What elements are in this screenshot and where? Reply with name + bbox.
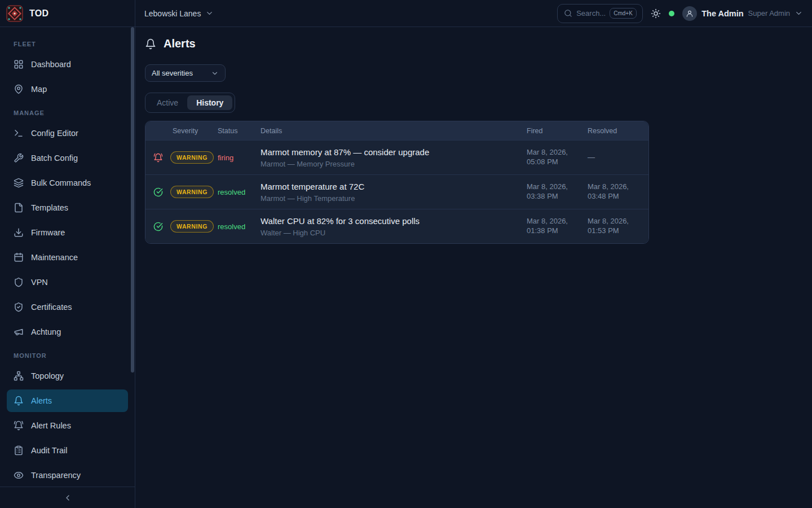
sidebar-item-map[interactable]: Map [7, 78, 128, 100]
status-cell: firing [215, 154, 258, 162]
search-shortcut-badge: Cmd+K [610, 8, 637, 19]
details-cell: Walter CPU at 82% for 3 consecutive poll… [258, 211, 524, 243]
network-icon [14, 371, 24, 381]
sidebar-item-label: Alerts [31, 396, 52, 405]
severity-filter-value: All severities [152, 69, 193, 77]
chevron-down-icon [795, 9, 803, 17]
alert-row[interactable]: WARNINGfiringMarmot memory at 87% — cons… [145, 140, 648, 174]
chevron-left-icon [63, 493, 72, 502]
alert-subtitle: Walter — High CPU [261, 229, 519, 237]
sidebar-item-label: Transparency [31, 471, 81, 480]
row-status-icon-cell [145, 153, 170, 163]
avatar [682, 6, 697, 21]
sidebar-item-templates[interactable]: Templates [7, 196, 128, 219]
sidebar-item-label: Bulk Commands [31, 178, 91, 187]
table-header: Severity Status Details Fired Resolved [145, 121, 648, 140]
online-status-dot [669, 11, 674, 16]
bell-ring-icon [153, 153, 163, 163]
sidebar-item-transparency[interactable]: Transparency [7, 464, 128, 487]
dashboard-icon [14, 59, 24, 69]
sidebar-item-topology[interactable]: Topology [7, 365, 128, 387]
sidebar-item-firmware[interactable]: Firmware [7, 221, 128, 244]
search-input[interactable] [576, 9, 606, 17]
sidebar-item-label: Topology [31, 371, 64, 380]
user-menu[interactable]: The Admin Super Admin [682, 6, 803, 21]
bell-icon [14, 396, 24, 406]
topbar-right: Cmd+K The Admin Super Admin [557, 4, 803, 23]
sidebar-item-label: VPN [31, 278, 48, 287]
sidebar-item-config-editor[interactable]: Config Editor [7, 122, 128, 144]
sun-icon[interactable] [651, 8, 661, 19]
sidebar-item-bulk-commands[interactable]: Bulk Commands [7, 172, 128, 194]
sidebar-section: FLEETDashboardMap [7, 41, 128, 100]
details-cell: Marmot temperature at 72CMarmot — High T… [258, 176, 524, 208]
tod-logo-icon [6, 5, 23, 22]
column-header-severity: Severity [170, 127, 215, 135]
severity-cell: WARNING [170, 220, 215, 233]
status-cell: resolved [215, 222, 258, 231]
column-header-status: Status [215, 127, 258, 135]
severity-badge: WARNING [170, 151, 214, 164]
sidebar-item-achtung[interactable]: Achtung [7, 321, 128, 343]
sidebar-nav: FLEETDashboardMapMANAGEConfig EditorBatc… [0, 27, 135, 487]
alert-subtitle: Marmot — High Temperature [261, 194, 519, 203]
alert-row[interactable]: WARNINGresolvedWalter CPU at 82% for 3 c… [145, 209, 648, 243]
sidebar-item-label: Config Editor [31, 129, 78, 138]
tab-active[interactable]: Active [148, 95, 187, 110]
tab-history[interactable]: History [187, 95, 232, 110]
sidebar-item-dashboard[interactable]: Dashboard [7, 53, 128, 76]
wrench-icon [14, 153, 24, 163]
sidebar-item-label: Achtung [31, 327, 61, 336]
column-header-resolved: Resolved [585, 127, 648, 135]
bell-icon [145, 38, 156, 50]
sidebar-section-label: MANAGE [14, 110, 121, 116]
severity-filter-select[interactable]: All severities [145, 64, 226, 82]
eye-icon [14, 470, 24, 480]
brand: TOD [0, 0, 135, 27]
resolved-cell: — [585, 151, 648, 165]
sidebar-item-vpn[interactable]: VPN [7, 271, 128, 294]
alert-row[interactable]: WARNINGresolvedMarmot temperature at 72C… [145, 174, 648, 209]
topbar: TOD Lebowski Lanes Cmd+K The Admin Super… [0, 0, 812, 27]
alert-title: Walter CPU at 82% for 3 consecutive poll… [261, 216, 519, 226]
terminal-icon [14, 128, 24, 138]
sidebar-item-alerts[interactable]: Alerts [7, 389, 128, 412]
resolved-cell: Mar 8, 2026, 01:53 PM [585, 214, 648, 238]
chevron-down-icon [205, 9, 214, 17]
sidebar-item-label: Batch Config [31, 154, 78, 163]
table-body: WARNINGfiringMarmot memory at 87% — cons… [145, 140, 648, 243]
page-title: Alerts [164, 37, 196, 50]
sidebar-item-batch-config[interactable]: Batch Config [7, 147, 128, 169]
sidebar-scrollbar[interactable] [131, 27, 134, 373]
column-header-fired: Fired [524, 127, 585, 135]
calendar-icon [14, 252, 24, 262]
user-icon [686, 10, 694, 17]
column-header-details: Details [258, 127, 524, 135]
clipboard-icon [14, 445, 24, 456]
search-box[interactable]: Cmd+K [557, 4, 643, 23]
sidebar-item-audit-trail[interactable]: Audit Trail [7, 439, 128, 462]
sidebar-item-certificates[interactable]: Certificates [7, 296, 128, 318]
brand-name: TOD [29, 8, 48, 19]
fired-cell: Mar 8, 2026, 05:08 PM [524, 146, 585, 169]
download-icon [14, 227, 24, 238]
org-selector[interactable]: Lebowski Lanes [144, 9, 214, 18]
check-circle-icon [153, 187, 163, 197]
main-content: Alerts All severities Active History Sev… [135, 27, 812, 508]
sidebar-collapse-button[interactable] [0, 487, 135, 508]
sidebar-item-label: Certificates [31, 303, 72, 312]
sidebar-section: MONITORTopologyAlertsAlert RulesAudit Tr… [7, 352, 128, 487]
row-status-icon-cell [145, 187, 170, 197]
sidebar-item-alert-rules[interactable]: Alert Rules [7, 414, 128, 437]
check-circle-icon [153, 222, 163, 231]
app-window: TOD Lebowski Lanes Cmd+K The Admin Super… [0, 0, 812, 508]
search-icon [564, 9, 572, 17]
sidebar-item-maintenance[interactable]: Maintenance [7, 246, 128, 269]
row-status-icon-cell [145, 222, 170, 231]
chevron-down-icon [211, 69, 219, 77]
sidebar-item-label: Dashboard [31, 60, 71, 69]
severity-cell: WARNING [170, 186, 215, 198]
bell-ring-icon [14, 421, 24, 431]
layers-icon [14, 178, 24, 188]
shield-check-icon [14, 302, 24, 312]
